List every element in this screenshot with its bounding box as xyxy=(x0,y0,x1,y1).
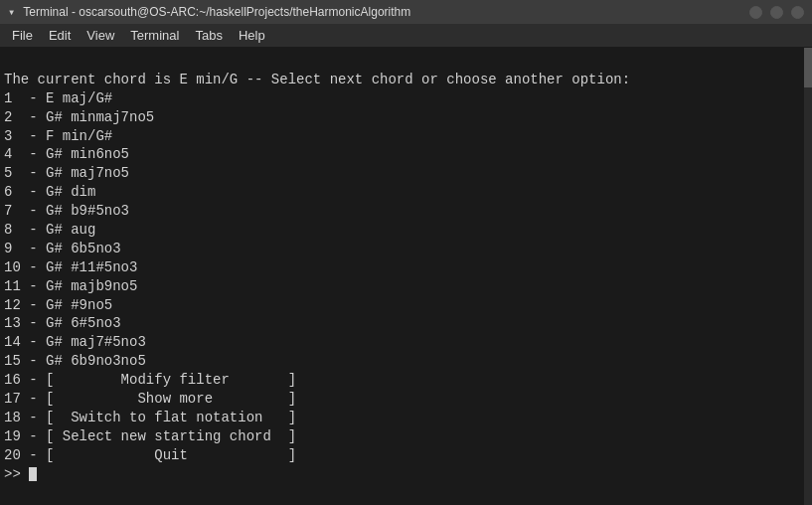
menu-bar: FileEditViewTerminalTabsHelp xyxy=(0,24,812,48)
title-bar-left: ▾ Terminal - oscarsouth@OS-ARC:~/haskell… xyxy=(8,5,410,20)
terminal-line-2: 2 - G# minmaj7no5 xyxy=(4,108,808,127)
terminal-line-17: 17 - [ Show more ] xyxy=(4,390,808,409)
terminal-line-10: 10 - G# #11#5no3 xyxy=(4,258,808,277)
terminal-line-7: 7 - G# b9#5no3 xyxy=(4,202,808,221)
menu-item-edit[interactable]: Edit xyxy=(41,26,79,45)
terminal-prompt[interactable]: >> xyxy=(4,465,808,484)
menu-item-view[interactable]: View xyxy=(79,26,122,45)
scrollbar[interactable] xyxy=(804,48,812,505)
terminal-line-6: 6 - G# dim xyxy=(4,183,808,202)
terminal-line-5: 5 - G# maj7no5 xyxy=(4,164,808,183)
terminal-header: The current chord is E min/G -- Select n… xyxy=(4,71,808,89)
terminal-cursor xyxy=(29,467,37,481)
menu-item-file[interactable]: File xyxy=(4,26,41,45)
prompt-symbol: >> xyxy=(4,465,29,484)
terminal-line-3: 3 - F min/G# xyxy=(4,127,808,146)
maximize-button[interactable] xyxy=(770,6,783,19)
close-button[interactable] xyxy=(791,6,804,19)
terminal-line-1: 1 - E maj/G# xyxy=(4,89,808,108)
window-title: Terminal - oscarsouth@OS-ARC:~/haskellPr… xyxy=(23,5,410,19)
minimize-button[interactable] xyxy=(749,6,762,19)
terminal-line-12: 12 - G# #9no5 xyxy=(4,296,808,315)
title-bar: ▾ Terminal - oscarsouth@OS-ARC:~/haskell… xyxy=(0,0,812,24)
terminal-line-16: 16 - [ Modify filter ] xyxy=(4,371,808,390)
chevron-icon[interactable]: ▾ xyxy=(8,5,15,20)
terminal-line-20: 20 - [ Quit ] xyxy=(4,446,808,465)
terminal-line-14: 14 - G# maj7#5no3 xyxy=(4,333,808,352)
terminal-line-9: 9 - G# 6b5no3 xyxy=(4,240,808,258)
terminal-line-15: 15 - G# 6b9no3no5 xyxy=(4,352,808,371)
terminal-line-8: 8 - G# aug xyxy=(4,221,808,240)
terminal-line-19: 19 - [ Select new starting chord ] xyxy=(4,427,808,446)
terminal-line-4: 4 - G# min6no5 xyxy=(4,145,808,164)
window-controls xyxy=(749,6,804,19)
scrollbar-thumb[interactable] xyxy=(804,48,812,87)
menu-item-terminal[interactable]: Terminal xyxy=(122,26,187,45)
menu-item-tabs[interactable]: Tabs xyxy=(187,26,230,45)
menu-item-help[interactable]: Help xyxy=(231,26,273,45)
terminal-line-13: 13 - G# 6#5no3 xyxy=(4,314,808,333)
terminal-line-18: 18 - [ Switch to flat notation ] xyxy=(4,409,808,427)
terminal-content[interactable]: The current chord is E min/G -- Select n… xyxy=(0,48,812,505)
terminal-line-11: 11 - G# majb9no5 xyxy=(4,277,808,296)
